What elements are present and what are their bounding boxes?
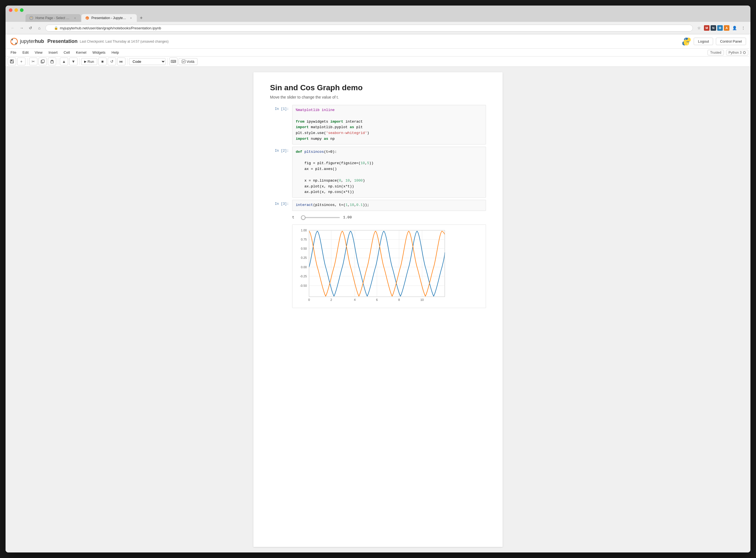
menu-file[interactable]: File: [8, 49, 19, 56]
ext-4[interactable]: A: [724, 25, 729, 31]
code-line: %matplotlib inline: [296, 107, 482, 113]
cell-1-label: In [1]:: [270, 105, 292, 145]
traffic-lights: [9, 8, 747, 12]
cell-3-label: In [3]:: [270, 200, 292, 211]
menu-widgets[interactable]: Widgets: [90, 49, 108, 56]
notebook-name: Presentation: [47, 39, 77, 44]
code-line: from ipywidgets import interact: [296, 119, 482, 125]
kernel-status-circle: [743, 51, 746, 54]
chart-container: 1.00 0.75 0.50 0.25 0.00 -0.25 -0.50 0 2…: [292, 225, 486, 308]
minimize-button[interactable]: [15, 8, 18, 12]
bookmark-button[interactable]: ☆: [695, 24, 703, 32]
new-tab-button[interactable]: +: [137, 14, 145, 22]
cell-type-select[interactable]: Code Markdown Raw NBConvert Heading: [129, 58, 166, 65]
tab-home-close[interactable]: ×: [73, 16, 77, 20]
run-icon: ▶: [84, 60, 87, 64]
title-bar: Home Page - Select or create × J Present…: [5, 5, 751, 22]
svg-point-0: [30, 16, 33, 20]
jupyter-tab-icon: J: [85, 16, 89, 20]
control-panel-button[interactable]: Control Panel: [716, 37, 746, 45]
voila-button[interactable]: Voilà: [179, 58, 197, 65]
browser-window: Home Page - Select or create × J Present…: [5, 5, 751, 553]
toolbar: + ✂ ▲ ▼ ▶ Run ■: [5, 56, 751, 67]
voila-label: Voilà: [187, 59, 194, 64]
tab-notebook-label: Presentation - Jupyter Notebo...: [91, 16, 127, 20]
code-line: def pltsincos(t=0):: [296, 149, 482, 155]
menu-items: File Edit View Insert Cell Kernel Widget…: [8, 49, 122, 56]
profile-button[interactable]: 👤: [731, 24, 738, 32]
logout-button[interactable]: Logout: [694, 37, 713, 45]
refresh-button[interactable]: ↺: [27, 24, 34, 32]
slider-thumb[interactable]: [301, 215, 306, 220]
lock-icon: 🔒: [54, 26, 58, 30]
svg-text:6: 6: [376, 298, 378, 301]
notebook-subtitle: Move the slider to change the value of t…: [270, 95, 486, 99]
svg-rect-11: [11, 61, 13, 63]
run-button[interactable]: ▶ Run: [81, 58, 97, 65]
notebook-content[interactable]: Sin and Cos Graph demo Move the slider t…: [5, 67, 751, 553]
fast-forward-button[interactable]: ⏭: [117, 57, 125, 65]
trusted-badge: Trusted: [708, 50, 724, 55]
slider-track[interactable]: [301, 217, 340, 218]
jupyter-logo: jupyterhub: [10, 37, 44, 46]
cell-1-content[interactable]: %matplotlib inline from ipywidgets impor…: [292, 105, 486, 145]
tab-notebook-close[interactable]: ×: [129, 16, 133, 20]
svg-point-8: [687, 44, 688, 44]
code-line: plt.style.use('seaborn-whitegrid'): [296, 130, 482, 136]
kernel-label: Python 3: [729, 51, 741, 54]
code-line: import matplotlib.pyplot as plt: [296, 125, 482, 130]
move-up-button[interactable]: ▲: [60, 57, 68, 65]
cell-2-content[interactable]: def pltsincos(t=0): fig = plt.figure(fig…: [292, 147, 486, 198]
fullscreen-button[interactable]: [20, 8, 24, 12]
code-line: ax.plot(x, np.sin(x*t)): [296, 184, 482, 189]
checkpoint-info: Last Checkpoint: Last Thursday at 14:57 …: [80, 40, 169, 44]
cell-3: In [3]: interact(pltsincos, t=(1,10,0.1)…: [270, 200, 486, 211]
header-right: Logout Control Panel: [682, 37, 746, 46]
paste-button[interactable]: [48, 57, 56, 65]
menu-kernel[interactable]: Kernel: [73, 49, 89, 56]
svg-point-4: [11, 39, 13, 41]
svg-text:-0.25: -0.25: [300, 275, 307, 278]
separator-3: [79, 58, 79, 65]
tab-home-label: Home Page - Select or create: [35, 16, 71, 20]
voila-icon: [182, 59, 186, 64]
address-text: myjupyterhub.net/user/dan/graph/notebook…: [60, 26, 161, 30]
back-button[interactable]: ←: [9, 24, 17, 32]
menu-button[interactable]: ⋮: [739, 24, 747, 32]
menu-cell[interactable]: Cell: [61, 49, 73, 56]
cut-button[interactable]: ✂: [29, 57, 38, 65]
restart-button[interactable]: ↺: [108, 57, 116, 65]
copy-button[interactable]: [39, 57, 47, 65]
menu-view[interactable]: View: [32, 49, 45, 56]
tab-notebook[interactable]: J Presentation - Jupyter Notebo... ×: [81, 14, 137, 22]
cell-2-label: In [2]:: [270, 147, 292, 198]
home-button[interactable]: ⌂: [35, 24, 43, 32]
tabs-bar: Home Page - Select or create × J Present…: [9, 14, 747, 22]
ext-2[interactable]: N: [711, 25, 716, 31]
address-bar: ← → ↺ ⌂ 🔒 myjupyterhub.net/user/dan/grap…: [5, 22, 751, 34]
menu-bar: File Edit View Insert Cell Kernel Widget…: [5, 49, 751, 56]
forward-button[interactable]: →: [18, 24, 25, 32]
jupyter-logo-icon: [10, 37, 18, 46]
cell-3-content[interactable]: interact(pltsincos, t=(1,10,0.1));: [292, 200, 486, 211]
cell-2: In [2]: def pltsincos(t=0): fig = plt.fi…: [270, 147, 486, 198]
stop-button[interactable]: ■: [98, 57, 106, 65]
add-cell-button[interactable]: +: [17, 57, 25, 65]
ext-1[interactable]: M: [704, 25, 709, 31]
separator-4: [127, 58, 127, 65]
keyboard-button[interactable]: ⌨: [169, 57, 177, 65]
move-down-button[interactable]: ▼: [69, 57, 77, 65]
close-button[interactable]: [9, 8, 13, 12]
save-button[interactable]: [8, 57, 16, 65]
address-input-container[interactable]: 🔒 myjupyterhub.net/user/dan/graph/notebo…: [45, 25, 693, 31]
tab-home[interactable]: Home Page - Select or create ×: [25, 14, 81, 22]
ext-3[interactable]: ⚙: [717, 25, 723, 31]
run-label: Run: [88, 59, 94, 64]
menu-insert[interactable]: Insert: [46, 49, 60, 56]
save-icon: [10, 59, 14, 64]
notebook-container: jupyterhub Presentation Last Checkpoint:…: [5, 34, 751, 553]
svg-text:1.00: 1.00: [301, 229, 307, 232]
menu-edit[interactable]: Edit: [20, 49, 31, 56]
paste-icon: [50, 59, 54, 64]
menu-help[interactable]: Help: [109, 49, 122, 56]
